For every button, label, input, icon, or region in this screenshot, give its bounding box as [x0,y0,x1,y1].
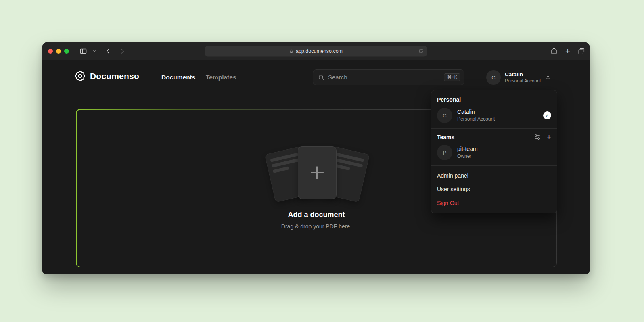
browser-toolbar: app.documenso.com + [42,42,590,60]
new-tab-icon[interactable]: + [565,47,571,55]
lock-icon [289,49,293,53]
account-menu-trigger[interactable]: C Catalin Personal Account [486,69,551,86]
team-name: pit-team [457,145,478,153]
menu-item-personal-account[interactable]: C Catalin Personal Account ✓ [431,105,557,125]
teams-section-label: Teams [437,134,454,140]
app-content: Documenso Documents Templates ⌘+K C Cata… [42,60,590,274]
brand-logo[interactable]: Documenso [75,71,139,82]
chevron-up-down-icon [545,74,551,81]
search-input[interactable] [328,74,440,81]
zoom-window-button[interactable] [64,49,69,54]
manage-teams-icon[interactable] [534,134,541,140]
window-controls [48,49,69,54]
personal-section-label: Personal [431,92,557,105]
menu-item-team[interactable]: P pit-team Owner [431,142,557,163]
documenso-logo-icon [75,71,86,82]
dropzone-subtitle: Drag & drop your PDF here. [77,223,556,230]
tab-overview-icon[interactable] [578,48,585,55]
plus-icon [311,166,324,179]
illustration-card-center [298,146,337,199]
account-text: Catalin Personal Account [505,71,541,84]
close-window-button[interactable] [48,49,53,54]
url-text: app.documenso.com [296,48,343,54]
chevron-down-icon[interactable] [92,49,96,53]
menu-divider [431,128,557,129]
menu-item-user-settings[interactable]: User settings [431,182,557,196]
address-bar[interactable]: app.documenso.com [205,46,427,56]
back-button[interactable] [105,48,111,54]
create-team-icon[interactable]: + [547,133,551,141]
search-shortcut-badge: ⌘+K [444,73,460,81]
desktop: { "browser": { "url": "app.documenso.com… [0,0,644,322]
avatar: C [486,70,501,85]
sidebar-toggle-icon[interactable] [79,47,87,55]
teams-section-header: Teams + [431,132,557,142]
nav-item-templates[interactable]: Templates [206,74,236,81]
nav-item-documents[interactable]: Documents [161,74,195,81]
forward-button[interactable] [119,48,126,54]
search-icon [318,74,324,81]
brand-name: Documenso [90,71,139,81]
browser-window: app.documenso.com + Documenso Documents … [42,42,590,274]
search-box[interactable]: ⌘+K [313,69,464,85]
account-name: Catalin [505,71,541,78]
team-role: Owner [457,153,478,159]
reload-icon[interactable] [418,48,424,54]
account-subtitle: Personal Account [505,78,541,84]
menu-item-admin-panel[interactable]: Admin panel [431,169,557,182]
avatar: P [437,145,452,160]
avatar: C [437,108,452,123]
menu-divider [431,165,557,166]
menu-item-sign-out[interactable]: Sign Out [431,196,557,210]
personal-account-subtitle: Personal Account [457,116,495,122]
minimize-window-button[interactable] [56,49,61,54]
toolbar-right-actions: + [550,42,585,60]
personal-account-name: Catalin [457,108,495,116]
share-icon[interactable] [550,47,558,55]
account-dropdown-menu: Personal C Catalin Personal Account ✓ Te… [431,90,557,213]
check-circle-icon: ✓ [543,111,551,119]
